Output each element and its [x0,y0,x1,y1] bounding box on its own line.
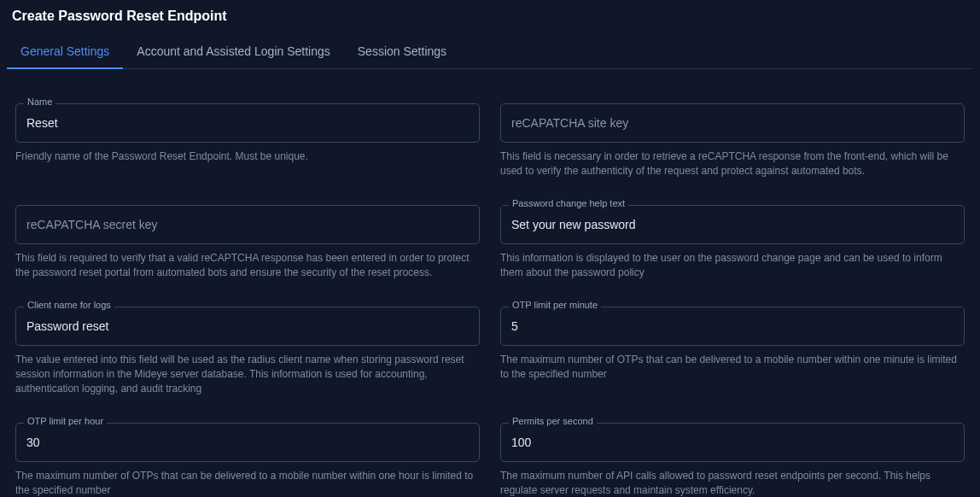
tab-session-settings[interactable]: Session Settings [344,36,460,68]
permits-per-second-input[interactable] [500,423,965,462]
label-name: Name [24,97,55,107]
field-permits-per-second: Permits per second The maximum number of… [500,416,965,497]
label-permits-per-second: Permits per second [509,417,597,426]
otp-limit-per-hour-input[interactable] [15,423,480,462]
recaptcha-site-key-input[interactable] [500,103,965,143]
label-otp-limit-per-hour: OTP limit per hour [24,417,107,426]
label-client-name-for-logs: Client name for logs [24,301,114,310]
help-otp-limit-per-hour: The maximum number of OTPs that can be d… [15,469,480,497]
tab-bar: General Settings Account and Assisted Lo… [7,36,973,69]
label-password-change-help-text: Password change help text [509,199,628,208]
label-otp-limit-per-minute: OTP limit per minute [509,301,601,310]
form-grid: Name Friendly name of the Password Reset… [7,96,973,497]
field-name: Name Friendly name of the Password Reset… [15,96,480,179]
help-otp-limit-per-minute: The maximum number of OTPs that can be d… [500,353,965,383]
otp-limit-per-minute-input[interactable] [500,307,965,346]
name-input[interactable] [15,103,480,143]
page-title: Create Password Reset Endpoint [7,9,973,24]
help-password-change-help-text: This information is displayed to the use… [500,251,965,281]
field-otp-limit-per-hour: OTP limit per hour The maximum number of… [15,416,480,497]
field-otp-limit-per-minute: OTP limit per minute The maximum number … [500,300,965,397]
help-recaptcha-secret-key: This field is required to verify that a … [15,251,480,281]
help-recaptcha-site-key: This field is necessary in order to retr… [500,149,965,179]
help-client-name-for-logs: The value entered into this field will b… [15,353,480,397]
field-password-change-help-text: Password change help text This informati… [500,198,965,281]
field-client-name-for-logs: Client name for logs The value entered i… [15,300,480,397]
password-change-help-text-input[interactable] [500,205,965,244]
tab-account-assisted-login[interactable]: Account and Assisted Login Settings [123,36,343,68]
field-recaptcha-secret-key: This field is required to verify that a … [15,198,480,281]
help-permits-per-second: The maximum number of API calls allowed … [500,469,965,497]
client-name-for-logs-input[interactable] [15,307,480,346]
recaptcha-secret-key-input[interactable] [15,205,480,244]
tab-general-settings[interactable]: General Settings [7,36,123,68]
help-name: Friendly name of the Password Reset Endp… [15,149,480,164]
field-recaptcha-site-key: This field is necessary in order to retr… [500,96,965,179]
